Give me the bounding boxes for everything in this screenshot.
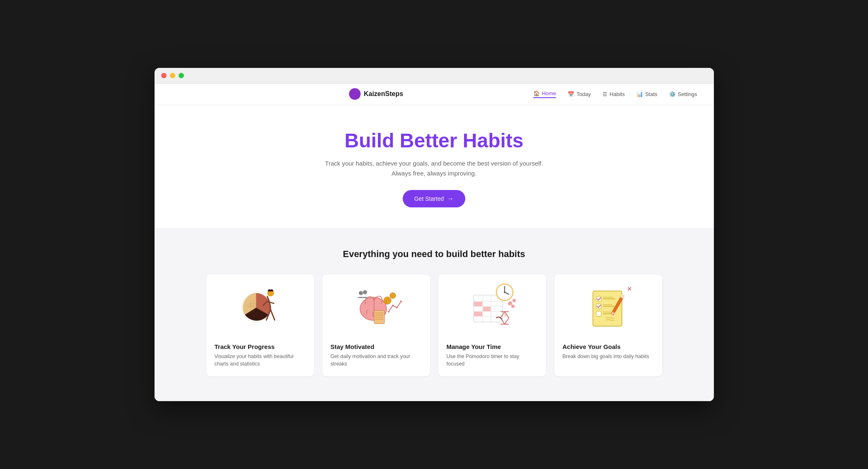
nav-item-stats[interactable]: 📊 Stats bbox=[636, 91, 658, 97]
svg-point-39 bbox=[511, 305, 515, 308]
feature-card-progress: Track Your Progress Visualize your habit… bbox=[206, 274, 314, 377]
svg-text:✕: ✕ bbox=[627, 286, 632, 292]
svg-point-37 bbox=[508, 301, 512, 305]
svg-rect-30 bbox=[474, 302, 482, 306]
arrow-icon: → bbox=[447, 195, 454, 202]
feature-body-time: Manage Your Time Use the Pomodoro timer … bbox=[438, 337, 546, 377]
nav-item-habits[interactable]: ☰ Habits bbox=[602, 91, 625, 97]
feature-body-progress: Track Your Progress Visualize your habit… bbox=[206, 337, 314, 377]
svg-point-18 bbox=[363, 290, 367, 294]
logo: KaizenSteps bbox=[349, 88, 403, 100]
browser-window: KaizenSteps 🏠 Home 📅 Today ☰ Habits 📊 St bbox=[155, 68, 714, 401]
feature-illustration-progress bbox=[206, 274, 314, 337]
today-icon: 📅 bbox=[568, 91, 574, 97]
stats-icon: 📊 bbox=[636, 91, 643, 97]
settings-icon: ⚙️ bbox=[669, 91, 676, 97]
svg-point-19 bbox=[388, 311, 389, 313]
feature-card-motivated: $ bbox=[322, 274, 430, 377]
svg-rect-31 bbox=[483, 307, 491, 311]
feature-body-motivated: Stay Motivated Get daily motivation and … bbox=[322, 337, 430, 377]
features-section: Everything you need to build better habi… bbox=[155, 228, 714, 402]
traffic-light-yellow[interactable] bbox=[170, 73, 175, 78]
hero-subtitle: Track your habits, achieve your goals, a… bbox=[171, 159, 697, 178]
feature-card-title-motivated: Stay Motivated bbox=[331, 343, 422, 350]
navbar: KaizenSteps 🏠 Home 📅 Today ☰ Habits 📊 St bbox=[155, 84, 714, 105]
svg-point-16 bbox=[390, 293, 396, 298]
nav-item-today[interactable]: 📅 Today bbox=[568, 91, 591, 97]
traffic-light-red[interactable] bbox=[161, 73, 167, 78]
svg-point-21 bbox=[396, 307, 398, 308]
nav-item-home[interactable]: 🏠 Home bbox=[533, 90, 556, 98]
svg-point-22 bbox=[400, 301, 402, 302]
feature-card-time: Manage Your Time Use the Pomodoro timer … bbox=[438, 274, 546, 377]
browser-chrome bbox=[155, 68, 714, 84]
habits-icon: ☰ bbox=[602, 91, 607, 97]
logo-icon bbox=[349, 88, 360, 100]
get-started-button[interactable]: Get Started → bbox=[403, 190, 466, 207]
feature-card-desc-goals: Break down big goals into daily habits bbox=[563, 353, 654, 361]
feature-card-desc-progress: Visualize your habits with beautiful cha… bbox=[215, 353, 306, 368]
logo-text: KaizenSteps bbox=[364, 90, 403, 98]
features-grid: Track Your Progress Visualize your habit… bbox=[206, 274, 662, 377]
features-title: Everything you need to build better habi… bbox=[171, 249, 697, 260]
feature-card-title-time: Manage Your Time bbox=[447, 343, 538, 350]
home-icon: 🏠 bbox=[533, 90, 540, 96]
svg-point-17 bbox=[359, 291, 363, 295]
feature-illustration-goals: ✕ bbox=[554, 274, 662, 337]
nav-links: 🏠 Home 📅 Today ☰ Habits 📊 Stats ⚙️ bbox=[533, 90, 697, 98]
app-content: KaizenSteps 🏠 Home 📅 Today ☰ Habits 📊 St bbox=[155, 84, 714, 401]
feature-card-desc-time: Use the Pomodoro timer to stay focused bbox=[447, 353, 538, 368]
feature-card-desc-motivated: Get daily motivation and track your stre… bbox=[331, 353, 422, 368]
svg-rect-32 bbox=[474, 312, 482, 316]
svg-rect-47 bbox=[596, 311, 601, 316]
feature-illustration-time bbox=[438, 274, 546, 337]
feature-body-goals: Achieve Your Goals Break down big goals … bbox=[554, 337, 662, 369]
hero-title: Build Better Habits bbox=[171, 130, 697, 152]
nav-item-settings[interactable]: ⚙️ Settings bbox=[669, 91, 697, 97]
svg-point-38 bbox=[513, 299, 516, 302]
svg-point-20 bbox=[392, 305, 394, 306]
traffic-light-green[interactable] bbox=[179, 73, 184, 78]
svg-text:$: $ bbox=[386, 299, 388, 303]
hero-section: Build Better Habits Track your habits, a… bbox=[155, 105, 714, 228]
feature-card-title-goals: Achieve Your Goals bbox=[563, 343, 654, 350]
feature-card-title-progress: Track Your Progress bbox=[215, 343, 306, 350]
feature-card-goals: ✕ Achieve Your Goals Break down big goal… bbox=[554, 274, 662, 377]
feature-illustration-motivated: $ bbox=[322, 274, 430, 337]
